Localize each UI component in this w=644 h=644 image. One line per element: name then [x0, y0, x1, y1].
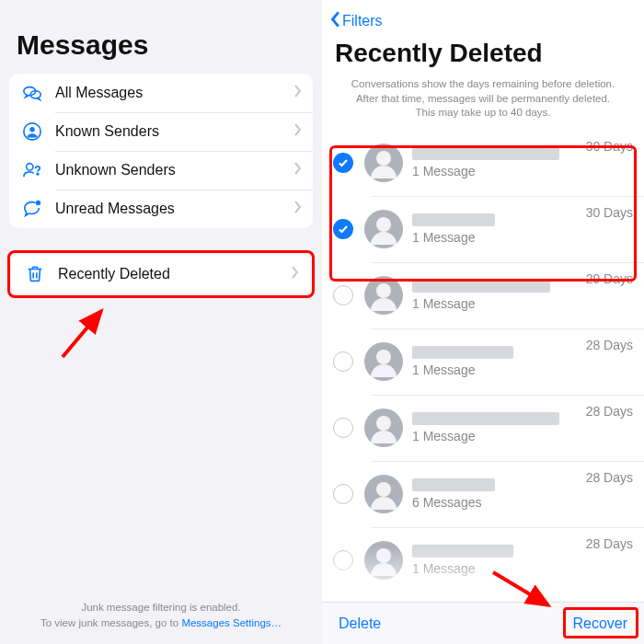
recently-deleted-row[interactable]: Recently Deleted [12, 255, 310, 293]
conversation-meta: 1 Message [412, 412, 579, 443]
bubbles-icon [20, 83, 44, 103]
conversation-meta: 1 Message [412, 147, 579, 178]
recover-button[interactable]: Recover [572, 615, 627, 632]
message-count: 1 Message [412, 296, 579, 311]
page-title: Messages [0, 9, 322, 74]
conversation-meta: 1 Message [412, 213, 579, 245]
chevron-right-icon [292, 266, 299, 282]
conversation-row[interactable]: 1 Message30 Days [322, 196, 644, 262]
back-label: Filters [342, 13, 383, 29]
filter-row-unknown-senders[interactable]: Unknown Senders [9, 151, 313, 190]
chevron-left-icon [329, 11, 340, 31]
selection-checkbox[interactable] [333, 285, 353, 305]
bubble-dot-icon [20, 199, 44, 219]
filter-label: All Messages [55, 85, 294, 101]
filter-label: Unread Messages [55, 201, 294, 217]
avatar-icon [364, 475, 403, 513]
filter-row-all-messages[interactable]: All Messages [9, 74, 313, 112]
conversation-row[interactable]: 1 Message28 Days [322, 328, 644, 395]
page-title: Recently Deleted [322, 33, 644, 74]
redacted-name [412, 280, 550, 293]
redacted-name [412, 412, 559, 425]
selection-checkbox[interactable] [333, 351, 353, 372]
footer-line1: Junk message filtering is enabled. [0, 600, 322, 615]
footer-note: Junk message filtering is enabled. To vi… [0, 600, 322, 632]
selection-checkbox[interactable] [333, 219, 353, 239]
footer-line2: To view junk messages, go to Messages Se… [0, 615, 322, 631]
info-note: Conversations show the days remaining be… [322, 74, 644, 130]
days-remaining: 30 Days [586, 139, 633, 154]
annotation-arrow-icon [55, 302, 120, 366]
selection-checkbox[interactable] [333, 418, 353, 438]
avatar-icon [364, 276, 403, 315]
messages-settings-link[interactable]: Messages Settings… [181, 617, 282, 628]
message-count: 1 Message [412, 362, 579, 377]
chevron-right-icon [294, 85, 302, 101]
svg-point-6 [36, 201, 40, 206]
person-question-icon [20, 160, 44, 180]
person-circle-icon [20, 121, 44, 142]
filter-row-unread-messages[interactable]: Unread Messages [9, 190, 313, 228]
chevron-right-icon [294, 123, 302, 140]
redacted-name [412, 478, 495, 491]
conversation-meta: 1 Message [412, 346, 579, 377]
conversation-list: 1 Message30 Days1 Message30 Days1 Messag… [322, 130, 644, 593]
redacted-name [412, 213, 495, 226]
trash-icon [23, 264, 47, 284]
fade-overlay [322, 546, 644, 602]
selection-checkbox[interactable] [333, 484, 353, 504]
conversation-row[interactable]: 6 Messages28 Days [322, 461, 644, 527]
message-count: 1 Message [412, 164, 579, 178]
days-remaining: 28 Days [586, 338, 633, 352]
svg-point-4 [27, 164, 33, 170]
recently-deleted-pane: Filters Recently Deleted Conversations s… [322, 0, 644, 644]
messages-filters-pane: Messages All MessagesKnown SendersUnknow… [0, 0, 322, 644]
redacted-name [412, 346, 513, 359]
back-button[interactable]: Filters [322, 0, 644, 33]
message-count: 1 Message [412, 230, 579, 245]
avatar-icon [364, 210, 403, 248]
filter-label: Known Senders [55, 123, 294, 140]
selection-checkbox[interactable] [333, 153, 353, 173]
days-remaining: 28 Days [586, 470, 633, 485]
chevron-right-icon [294, 162, 302, 178]
svg-point-3 [29, 127, 35, 132]
message-count: 1 Message [412, 429, 579, 443]
recently-deleted-card: Recently Deleted [12, 255, 310, 293]
days-remaining: 30 Days [586, 205, 633, 220]
days-remaining: 28 Days [586, 404, 633, 419]
conversation-row[interactable]: 1 Message30 Days [322, 130, 644, 196]
redacted-name [412, 147, 559, 160]
avatar-icon [364, 408, 403, 447]
conversation-row[interactable]: 1 Message28 Days [322, 395, 644, 461]
conversation-meta: 1 Message [412, 280, 579, 311]
highlight-recently-deleted: Recently Deleted [7, 250, 315, 298]
bottom-toolbar: Delete Recover [322, 602, 644, 644]
filter-row-known-senders[interactable]: Known Senders [9, 112, 313, 151]
conversation-row[interactable]: 1 Message29 Days [322, 262, 644, 328]
chevron-right-icon [294, 201, 302, 217]
avatar-icon [364, 144, 403, 182]
svg-point-5 [37, 173, 39, 175]
recently-deleted-label: Recently Deleted [58, 266, 292, 282]
avatar-icon [364, 342, 403, 381]
conversation-meta: 6 Messages [412, 478, 579, 510]
days-remaining: 29 Days [586, 271, 633, 286]
filter-label: Unknown Senders [55, 162, 294, 178]
delete-button[interactable]: Delete [339, 615, 381, 632]
filter-list-card: All MessagesKnown SendersUnknown Senders… [9, 74, 313, 228]
message-count: 6 Messages [412, 495, 579, 510]
